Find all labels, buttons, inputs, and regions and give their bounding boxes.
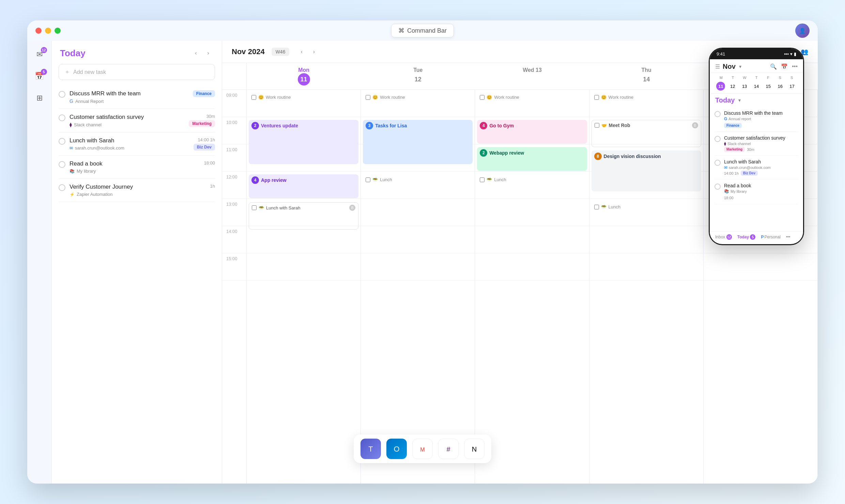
bizdev-badge: Biz Dev xyxy=(194,144,215,151)
phone-status-bar: 9:41 ▪▪▪ ▾ ▮ xyxy=(710,49,803,59)
dropdown-icon[interactable]: ▼ xyxy=(738,64,742,69)
mini-cal-day-16[interactable]: 16 xyxy=(776,82,785,91)
svg-text:M: M xyxy=(420,447,425,453)
phone-footer-personal[interactable]: PPersonal xyxy=(761,235,780,239)
library-icon-small: 📚 xyxy=(724,189,729,194)
phone-footer-today[interactable]: Today 5 xyxy=(737,234,756,240)
dock-icon-gmail[interactable]: M xyxy=(412,439,433,459)
cal-event-routine-mon[interactable]: 😊 Work routine xyxy=(249,93,358,102)
event-checkbox[interactable] xyxy=(252,205,257,210)
phone-finance-badge: Finance xyxy=(724,123,742,128)
phone-search-icon[interactable]: 🔍 xyxy=(770,63,777,70)
cal-event-ventures[interactable]: 2 Ventures update xyxy=(249,120,358,164)
mini-cal-day-11[interactable]: 11 xyxy=(716,82,725,91)
task-checkbox[interactable] xyxy=(59,184,65,191)
day-header-mon: Mon 11 xyxy=(247,63,361,90)
task-time: 14:00 1h xyxy=(198,137,215,142)
google-icon: G xyxy=(70,98,73,104)
cal-event-lunch-wed[interactable]: 🥗 Lunch xyxy=(477,175,587,184)
cal-event-gym[interactable]: 4 Go to Gym xyxy=(477,120,587,144)
sidebar-icon-grid[interactable]: ⊞ xyxy=(31,90,48,106)
event-checkbox[interactable] xyxy=(480,177,485,182)
mini-cal-day-12[interactable]: 12 xyxy=(728,82,737,91)
task-source: Slack channel xyxy=(74,122,102,127)
event-checkbox[interactable] xyxy=(366,177,370,182)
phone-today-header: Today ▼ xyxy=(710,94,803,104)
event-checkbox[interactable] xyxy=(480,95,485,100)
cal-next-button[interactable]: › xyxy=(308,46,319,57)
cal-event-tasks-lisa[interactable]: 3 Tasks for Lisa xyxy=(363,120,473,164)
phone-task-checkbox[interactable] xyxy=(715,184,721,190)
phone-footer-more[interactable]: ••• xyxy=(786,235,790,239)
phone-today-dropdown[interactable]: ▼ xyxy=(737,98,741,103)
event-checkbox[interactable] xyxy=(366,95,370,100)
mini-cal-day-m: M xyxy=(715,76,727,80)
event-num-badge: 8 xyxy=(594,153,602,160)
add-task-icon: ＋ xyxy=(64,68,70,76)
command-bar[interactable]: ⌘ Command Bar xyxy=(391,24,454,37)
cal-event-design[interactable]: 8 Design vision discussion xyxy=(592,151,701,191)
dock-icon-outlook[interactable]: O xyxy=(386,439,407,459)
cal-event-routine-thu[interactable]: 😊 Work routine xyxy=(592,93,701,102)
phone-calendar-icon[interactable]: 📅 xyxy=(781,63,788,70)
user-avatar[interactable]: 👤 xyxy=(795,23,810,38)
time-slot-9: 09:00 xyxy=(222,90,246,117)
task-checkbox[interactable] xyxy=(59,114,65,121)
dock-icon-notion[interactable]: N xyxy=(464,439,485,459)
maximize-button[interactable] xyxy=(55,28,61,34)
event-checkbox[interactable] xyxy=(251,95,256,100)
task-time: 30m xyxy=(206,114,215,119)
grid-icon: ⊞ xyxy=(36,94,43,103)
cal-event-routine-tue[interactable]: 😊 Work routine xyxy=(363,93,473,102)
event-checkbox[interactable] xyxy=(594,95,599,100)
cal-event-lunch-sarah[interactable]: 🥗 Lunch with Sarah B xyxy=(249,202,358,230)
phone-task-checkbox[interactable] xyxy=(715,136,721,142)
cal-event-routine-wed[interactable]: 😊 Work routine xyxy=(477,93,587,102)
cal-event-webapp[interactable]: 2 Webapp review xyxy=(477,147,587,171)
minimize-button[interactable] xyxy=(45,28,51,34)
mini-cal-day-17[interactable]: 17 xyxy=(788,82,797,91)
phone-task-checkbox[interactable] xyxy=(715,111,721,117)
task-checkbox[interactable] xyxy=(59,138,65,145)
hamburger-icon[interactable]: ☰ xyxy=(715,63,720,70)
cal-event-meet-rob[interactable]: 🤝 Meet Rob B xyxy=(592,120,701,147)
close-button[interactable] xyxy=(35,28,42,34)
event-checkbox[interactable] xyxy=(594,205,599,209)
day-number-mon: 11 xyxy=(298,73,310,85)
task-source: sarah.crun@outlook.com xyxy=(75,145,124,151)
phone-task-checkbox[interactable] xyxy=(715,160,721,166)
cal-event-app-review[interactable]: 4 App review xyxy=(249,174,358,198)
cal-event-lunch-tue[interactable]: 🥗 Lunch xyxy=(363,175,473,184)
cal-event-lunch-thu[interactable]: 🥗 Lunch xyxy=(592,202,701,211)
command-bar-label: Command Bar xyxy=(407,27,447,34)
phone-task-content: Read a book 📚 My library 18:00 xyxy=(724,183,798,201)
phone-marketing-badge: Marketing xyxy=(724,147,745,152)
task-source: Annual Report xyxy=(75,99,104,104)
add-task-input[interactable]: ＋ Add new task xyxy=(59,64,215,80)
next-day-button[interactable]: › xyxy=(203,48,214,59)
task-checkbox[interactable] xyxy=(59,91,65,98)
traffic-lights xyxy=(35,28,61,34)
event-checkbox[interactable] xyxy=(595,123,599,128)
cal-prev-button[interactable]: ‹ xyxy=(296,46,307,57)
mini-cal-day-13[interactable]: 13 xyxy=(740,82,749,91)
phone-task-source: Slack channel xyxy=(727,142,751,146)
mini-cal-day-15[interactable]: 15 xyxy=(764,82,773,91)
svg-text:#: # xyxy=(446,445,450,453)
wifi-icon: ▾ xyxy=(790,51,793,57)
task-item: Discuss MRR with the team G Annual Repor… xyxy=(59,85,215,109)
mini-cal-day-14[interactable]: 14 xyxy=(752,82,761,91)
phone-task-sub: ✉ sarah.crun@outlook.com xyxy=(724,165,798,170)
event-emoji: 😊 xyxy=(487,95,492,100)
sidebar-icon-calendar[interactable]: 📅 5 xyxy=(31,68,48,84)
dock-icon-teams[interactable]: T xyxy=(360,439,381,459)
event-header: 8 Design vision discussion xyxy=(594,153,698,160)
dock-icon-slack[interactable]: # xyxy=(438,439,459,459)
inbox-count-badge: 12 xyxy=(726,234,732,240)
task-checkbox[interactable] xyxy=(59,161,65,168)
phone-more-icon[interactable]: ••• xyxy=(792,63,798,70)
phone-footer-inbox[interactable]: Inbox 12 xyxy=(715,234,732,240)
today-count-badge: 5 xyxy=(750,234,755,240)
prev-day-button[interactable]: ‹ xyxy=(190,48,201,59)
sidebar-icon-inbox[interactable]: ✉ 12 xyxy=(31,46,48,63)
